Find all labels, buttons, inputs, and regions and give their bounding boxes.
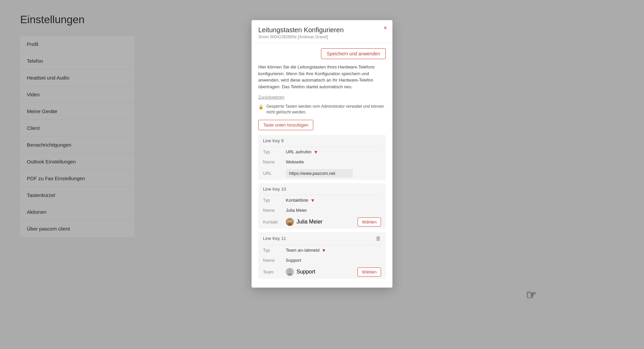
name-value: Support — [286, 258, 301, 263]
contact-row: Julia Meier Wählen — [286, 217, 381, 227]
svg-point-1 — [287, 223, 292, 226]
team-contact-row: Support Wählen — [286, 267, 381, 277]
svg-point-3 — [288, 269, 291, 272]
line-key-10-typ-row: Typ Kontaktliste ▼ — [258, 195, 386, 205]
line-key-11-name-row: Name Support — [258, 255, 386, 265]
typ-value: Team an-/abmeld ▼ — [286, 248, 326, 253]
modal-close-button[interactable]: × — [383, 25, 387, 31]
delete-key-11-button[interactable]: 🗑 — [376, 236, 381, 242]
kontakt-label: Kontakt — [263, 219, 283, 225]
avatar-julia — [286, 218, 294, 226]
line-key-11-team-row: Team Support Wählen — [258, 265, 386, 279]
save-button[interactable]: Speichern und anwenden — [321, 48, 386, 59]
url-label: URL — [263, 171, 283, 176]
typ-value: URL aufrufen ▼ — [286, 149, 318, 155]
name-value: Webseite — [286, 159, 304, 164]
line-key-10-name-row: Name Julia Meier — [258, 205, 386, 215]
team-value: Support — [297, 269, 315, 275]
line-key-9-card: Line Key 9 Typ URL aufrufen ▼ Name Webse… — [258, 135, 386, 180]
name-label: Name — [263, 258, 283, 263]
reset-link[interactable]: Zurücksetzen — [258, 95, 386, 100]
lock-icon: 🔒 — [258, 104, 264, 110]
line-key-10-header: Line Key 10 — [258, 183, 386, 195]
modal-overlay: Leitungstasten Konfigurieren Snom 000413… — [0, 0, 644, 349]
typ-dropdown-arrow[interactable]: ▼ — [321, 248, 326, 253]
kontakt-waehlen-button[interactable]: Wählen — [358, 217, 381, 227]
line-key-9-header: Line Key 9 — [258, 135, 386, 147]
support-avatar-svg — [286, 268, 294, 276]
line-key-11-card: Line Key 11 🗑 Typ Team an-/abmeld ▼ Name… — [258, 232, 386, 279]
typ-dropdown-arrow[interactable]: ▼ — [310, 198, 315, 203]
typ-dropdown-arrow[interactable]: ▼ — [314, 149, 318, 155]
team-waehlen-button[interactable]: Wählen — [358, 267, 381, 277]
add-key-button[interactable]: Taste unten hinzufügen — [258, 120, 313, 130]
cursor-hand: ☞ — [526, 288, 537, 302]
lock-notice-text: Gesperrte Tasten werden vom Administrato… — [266, 104, 386, 115]
lock-notice: 🔒 Gesperrte Tasten werden vom Administra… — [258, 104, 386, 115]
save-button-row: Speichern und anwenden — [258, 48, 386, 59]
modal-header: Leitungstasten Konfigurieren Snom 000413… — [252, 20, 392, 43]
line-key-10-kontakt-row: Kontakt Julia Meier Wählen — [258, 215, 386, 229]
modal-body: Speichern und anwenden Hier können Sie d… — [252, 43, 392, 288]
name-label: Name — [263, 208, 283, 213]
line-key-9-typ-row: Typ URL aufrufen ▼ — [258, 147, 386, 157]
name-label: Name — [263, 159, 283, 164]
line-key-9-name-row: Name Webseite — [258, 157, 386, 167]
line-key-9-url-row: URL — [258, 167, 386, 180]
julia-avatar-svg — [286, 218, 294, 226]
line-key-11-header: Line Key 11 🗑 — [258, 232, 386, 245]
typ-label: Typ — [263, 149, 283, 154]
modal-subtitle: Snom 00041392885e [Andreas Grassl] — [258, 35, 386, 39]
modal-title: Leitungstasten Konfigurieren — [258, 26, 386, 34]
url-input[interactable] — [286, 169, 353, 178]
typ-value: Kontaktliste ▼ — [286, 198, 315, 203]
line-key-11-typ-row: Typ Team an-/abmeld ▼ — [258, 245, 386, 255]
name-value: Julia Meier — [286, 208, 307, 213]
svg-point-4 — [287, 273, 292, 276]
modal-dialog: Leitungstasten Konfigurieren Snom 000413… — [252, 20, 392, 288]
typ-label: Typ — [263, 198, 283, 203]
kontakt-value: Julia Meier — [297, 219, 322, 225]
team-label: Team — [263, 269, 283, 275]
avatar-support — [286, 268, 294, 276]
line-key-10-card: Line Key 10 Typ Kontaktliste ▼ Name Juli… — [258, 183, 386, 229]
typ-label: Typ — [263, 248, 283, 253]
description-text: Hier können Sie die Leitungstasten Ihres… — [258, 64, 386, 90]
